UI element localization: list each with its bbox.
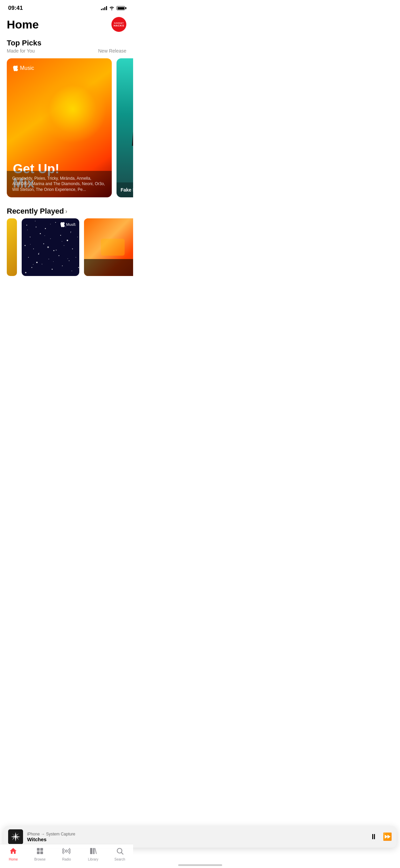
recently-played-item-2[interactable] bbox=[84, 218, 133, 276]
svg-point-17 bbox=[77, 237, 78, 237]
svg-point-30 bbox=[31, 267, 32, 268]
svg-point-9 bbox=[55, 222, 56, 223]
status-bar: 09:41 bbox=[0, 0, 133, 14]
avatar[interactable]: GADGET HACKS bbox=[111, 17, 126, 32]
svg-point-22 bbox=[64, 245, 64, 246]
page-header: Home GADGET HACKS bbox=[0, 14, 133, 37]
signal-bars-icon bbox=[101, 6, 107, 10]
svg-point-36 bbox=[47, 246, 49, 248]
apple-music-logo: Music bbox=[13, 65, 106, 71]
card-description: Grandaddy, Pixies, Tricky, Mirända, Anne… bbox=[12, 176, 106, 193]
top-picks-title: Top Picks bbox=[7, 39, 126, 47]
svg-point-24 bbox=[28, 257, 29, 258]
top-picks-new-release-link[interactable]: New Release bbox=[98, 48, 126, 54]
svg-point-8 bbox=[45, 228, 46, 229]
recently-played-chevron-icon: › bbox=[65, 208, 67, 215]
svg-point-33 bbox=[62, 265, 63, 266]
svg-point-37 bbox=[36, 262, 38, 263]
recently-played-item-1[interactable]: Music bbox=[22, 218, 79, 276]
apple-music-badge-logo-icon bbox=[60, 222, 65, 227]
main-card-get-up-mix[interactable]: Music Get Up! Mix Grandaddy, Pixies, Tri… bbox=[7, 58, 112, 197]
svg-point-38 bbox=[67, 240, 68, 241]
status-icons bbox=[101, 6, 125, 10]
top-picks-section-header: Top Picks Made for You New Release bbox=[0, 37, 133, 54]
svg-point-34 bbox=[71, 271, 72, 271]
status-time: 09:41 bbox=[8, 5, 23, 12]
recently-played-carousel: Music bbox=[0, 218, 133, 280]
svg-point-19 bbox=[33, 249, 34, 249]
recently-played-item-0[interactable] bbox=[7, 218, 17, 276]
person-silhouette-icon bbox=[123, 99, 133, 177]
apple-music-badge: Music bbox=[60, 222, 76, 227]
top-picks-subtitle: Made for You bbox=[7, 48, 35, 54]
recently-played-header[interactable]: Recently Played › bbox=[0, 201, 133, 218]
svg-point-20 bbox=[43, 243, 44, 244]
svg-point-31 bbox=[42, 264, 42, 264]
svg-point-32 bbox=[52, 269, 53, 270]
svg-point-21 bbox=[54, 250, 55, 251]
page-title: Home bbox=[7, 18, 39, 31]
svg-point-39 bbox=[25, 272, 26, 273]
apple-music-badge-text: Music bbox=[66, 222, 76, 226]
svg-point-6 bbox=[26, 225, 27, 225]
wifi-icon bbox=[109, 6, 114, 10]
secondary-card-new-release[interactable]: Fake Is T... bbox=[117, 58, 133, 197]
svg-point-18 bbox=[25, 245, 26, 246]
svg-point-29 bbox=[76, 257, 76, 258]
svg-point-14 bbox=[50, 238, 51, 239]
svg-point-27 bbox=[59, 255, 59, 256]
svg-point-28 bbox=[69, 260, 69, 261]
svg-point-25 bbox=[38, 254, 39, 255]
recently-played-title: Recently Played bbox=[7, 207, 64, 216]
secondary-card-text: Fake Is T... bbox=[121, 187, 133, 193]
avatar-text-bottom: HACKS bbox=[114, 24, 124, 27]
secondary-card-content: Fake Is T... bbox=[117, 182, 133, 197]
top-picks-subtitle-row: Made for You New Release bbox=[7, 48, 126, 54]
svg-point-12 bbox=[30, 237, 30, 237]
apple-logo-icon bbox=[13, 65, 18, 71]
svg-point-23 bbox=[72, 249, 73, 249]
svg-point-15 bbox=[60, 235, 61, 236]
svg-point-7 bbox=[35, 221, 36, 221]
top-picks-carousel: Music Get Up! Mix Grandaddy, Pixies, Tri… bbox=[0, 54, 133, 201]
svg-point-35 bbox=[78, 267, 79, 268]
svg-point-16 bbox=[70, 232, 71, 232]
svg-point-13 bbox=[40, 233, 41, 234]
card-bottom-overlay: Grandaddy, Pixies, Tricky, Mirända, Anne… bbox=[7, 171, 112, 197]
apple-music-label: Music bbox=[20, 65, 34, 71]
battery-icon bbox=[117, 6, 125, 10]
svg-point-26 bbox=[48, 259, 49, 259]
